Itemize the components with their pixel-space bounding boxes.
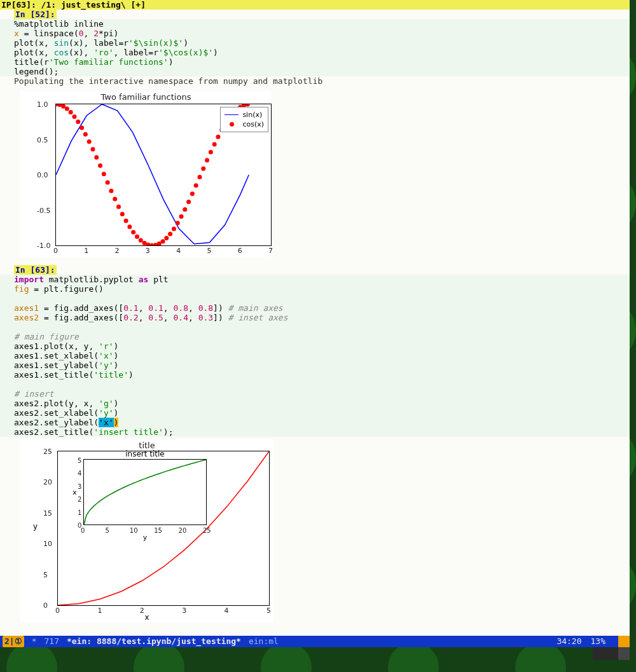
svg-point-3: [65, 107, 69, 111]
svg-point-11: [94, 155, 99, 160]
plot-area: sin(x) cos(x): [55, 104, 272, 246]
svg-point-38: [194, 183, 198, 188]
code-cell-1[interactable]: %matplotlib inline x = linspace(0, 2*pi)…: [0, 19, 630, 76]
svg-point-16: [113, 196, 117, 201]
svg-point-21: [131, 230, 135, 235]
svg-point-13: [102, 172, 106, 176]
svg-point-28: [157, 242, 162, 245]
svg-point-32: [172, 227, 176, 231]
svg-point-33: [176, 221, 180, 225]
svg-point-7: [80, 125, 84, 130]
minibuffer-area[interactable]: [0, 647, 630, 660]
cell-prompt: In [52]:: [14, 10, 57, 19]
svg-point-40: [201, 167, 205, 171]
cursor-position: 34:20: [556, 636, 581, 647]
notebook-buffer[interactable]: In [52]: %matplotlib inline x = linspace…: [0, 10, 630, 636]
major-mode: ein:ml: [249, 636, 279, 647]
modeline[interactable]: 2|① * 717 *ein: 8888/test.ipynb/just_tes…: [0, 636, 630, 647]
svg-point-23: [139, 238, 143, 243]
plot-area: insert title 0123450510152025 x y: [57, 451, 270, 606]
code-line: %matplotlib inline: [14, 19, 104, 29]
legend-dot-icon: [225, 122, 238, 127]
legend-label: cos(x): [242, 120, 264, 129]
svg-point-29: [161, 239, 165, 243]
svg-point-17: [116, 205, 121, 209]
svg-point-10: [90, 147, 95, 151]
chart-title: title: [20, 441, 273, 450]
cell-prompt: In [63]:: [14, 265, 57, 275]
line-number: 717: [44, 636, 59, 647]
emacs-frame: IP[63]: /1: just_testing\ [+] In [52]: %…: [0, 0, 630, 660]
buffer-name: *ein: 8888/test.ipynb/just_testing*: [67, 636, 241, 647]
svg-point-43: [212, 142, 217, 146]
svg-point-8: [83, 132, 88, 137]
legend-line-icon: [225, 114, 238, 115]
svg-point-42: [209, 150, 213, 154]
resize-handle-icon[interactable]: [593, 647, 630, 660]
chart-legend: sin(x) cos(x): [220, 107, 268, 132]
window-number-badge: 2|①: [3, 636, 24, 647]
svg-point-41: [205, 158, 209, 163]
svg-point-20: [127, 224, 132, 229]
inset-svg: [84, 460, 206, 525]
chart-two-familiar-functions: Two familiar functions sin(x) cos(x) -1.…: [20, 91, 272, 257]
svg-point-4: [69, 110, 73, 114]
chart-ylabel: y: [33, 522, 38, 531]
legend-label: sin(x): [242, 110, 262, 120]
scroll-percent: 13%: [591, 636, 605, 647]
inset-ylabel: x: [73, 488, 77, 497]
svg-point-2: [61, 104, 66, 109]
chart-title-inset: title insert title 0123450510152025 x y …: [20, 439, 273, 622]
svg-point-44: [216, 135, 220, 139]
svg-point-34: [179, 214, 184, 219]
svg-point-22: [135, 235, 139, 239]
svg-point-6: [76, 120, 80, 124]
svg-point-9: [87, 139, 92, 144]
svg-point-12: [98, 163, 102, 168]
chart-xlabel: x: [20, 613, 273, 622]
svg-point-30: [164, 236, 169, 240]
svg-point-15: [109, 189, 113, 193]
svg-point-36: [186, 200, 191, 204]
svg-point-35: [183, 207, 187, 212]
text-cursor: ): [114, 418, 119, 427]
modeline-end-icon: [618, 636, 630, 647]
svg-point-37: [190, 191, 195, 196]
svg-point-31: [168, 231, 172, 236]
svg-point-5: [72, 114, 76, 119]
inset-xlabel: y: [84, 533, 206, 542]
code-cell-2[interactable]: import matplotlib.pyplot as plt fig = pl…: [0, 275, 630, 437]
svg-point-18: [120, 212, 125, 216]
svg-point-14: [106, 181, 110, 185]
frame-titlebar: IP[63]: /1: just_testing\ [+]: [0, 0, 630, 10]
inset-title: insert title: [84, 449, 206, 459]
inset-axes: insert title 0123450510152025 x y: [83, 459, 207, 525]
modified-indicator: *: [32, 636, 37, 647]
svg-point-19: [124, 219, 128, 223]
chart-title: Two familiar functions: [20, 92, 272, 102]
cell-output-text: Populating the interactive namespace fro…: [0, 76, 630, 86]
svg-point-39: [197, 175, 202, 179]
